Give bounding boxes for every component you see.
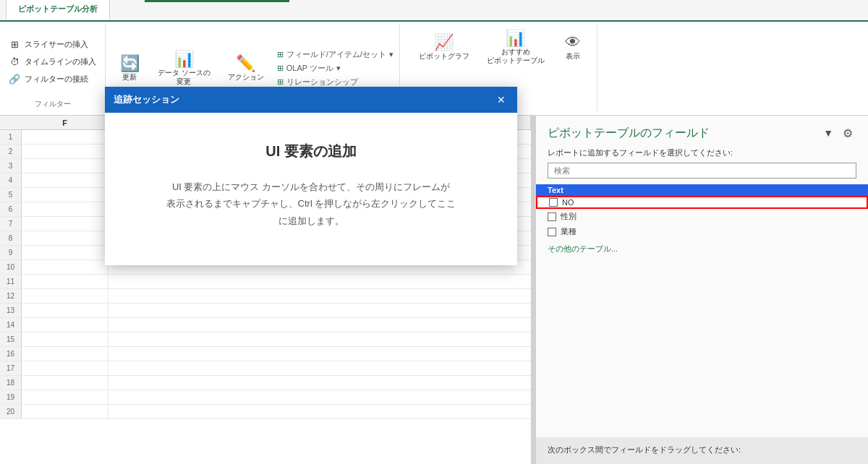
dropdown-icon: ▾ bbox=[389, 50, 393, 59]
pivot-subtitle: レポートに追加するフィールドを選択してください: bbox=[536, 147, 868, 163]
field-seibetsu-checkbox[interactable] bbox=[548, 212, 556, 221]
datasource-icon: 📊 bbox=[174, 51, 194, 67]
field-icon: ⊞ bbox=[277, 50, 284, 59]
field-gyoushu-item[interactable]: 業種 bbox=[536, 224, 868, 239]
field-seibetsu-item[interactable]: 性別 bbox=[536, 209, 868, 224]
action-btn[interactable]: ✏️ アクション bbox=[221, 53, 271, 85]
recommended-pivot-btn[interactable]: 📊 おすすめ ピボットテーブル bbox=[480, 27, 552, 68]
filter-group: ⊞ スライサーの挿入 ⏱ タイムラインの挿入 🔗 フィルターの接続 フィルター bbox=[0, 25, 106, 112]
refresh-icon: 🔄 bbox=[120, 56, 140, 72]
dialog-description: UI 要素の上にマウス カーソルを合わせて、その周りにフレームが 表示されるまで… bbox=[134, 179, 488, 229]
field-seibetsu-label: 性別 bbox=[561, 211, 576, 222]
field-no-item[interactable]: NO bbox=[536, 196, 868, 209]
dialog-content: UI 要素の追加 UI 要素の上にマウス カーソルを合わせて、その周りにフレーム… bbox=[105, 113, 517, 265]
tools-group-content: 📈 ピボットグラフ 📊 おすすめ ピボットテーブル 👁 表示 bbox=[412, 27, 591, 68]
pivot-chart-label: ピボットグラフ bbox=[419, 52, 469, 61]
tracking-session-dialog: 追跡セッション ✕ UI 要素の追加 UI 要素の上にマウス カーソルを合わせて… bbox=[105, 87, 517, 265]
slicer-insert-btn[interactable]: ⊞ スライサーの挿入 bbox=[6, 37, 99, 53]
dialog-title-text: 追跡セッション bbox=[114, 93, 179, 106]
field-no-label: NO bbox=[562, 198, 574, 207]
field-search-input[interactable] bbox=[548, 163, 856, 179]
table-row: 13 bbox=[0, 304, 531, 318]
filter-connect-btn[interactable]: 🔗 フィルターの接続 bbox=[6, 72, 99, 87]
table-row: 14 bbox=[0, 318, 531, 332]
filter-group-content: ⊞ スライサーの挿入 ⏱ タイムラインの挿入 🔗 フィルターの接続 bbox=[6, 27, 99, 96]
table-row: 15 bbox=[0, 332, 531, 347]
col-f-header: F bbox=[22, 117, 109, 129]
refresh-btn[interactable]: 🔄 更新 bbox=[111, 53, 148, 85]
field-text-label: Text bbox=[548, 186, 563, 194]
view-icon: 👁 bbox=[565, 35, 581, 51]
chevron-down-icon[interactable]: ▼ bbox=[823, 127, 833, 139]
field-item-set-btn[interactable]: ⊞ フィールド/アイテム/セット ▾ bbox=[277, 49, 393, 60]
table-row: 12 bbox=[0, 289, 531, 304]
table-row: 17 bbox=[0, 361, 531, 376]
field-no-checkbox[interactable] bbox=[549, 198, 558, 207]
slicer-icon: ⊞ bbox=[9, 39, 20, 51]
olap-tools-btn[interactable]: ⊞ OLAP ツール ▾ bbox=[277, 63, 393, 74]
relationship-btn[interactable]: ⊞ リレーションシップ bbox=[277, 77, 393, 87]
table-row: 20 bbox=[0, 405, 531, 419]
table-row: 19 bbox=[0, 390, 531, 405]
gear-icon[interactable]: ⚙ bbox=[839, 124, 856, 142]
timeline-icon: ⏱ bbox=[9, 56, 20, 68]
submenu-group: ⊞ フィールド/アイテム/セット ▾ ⊞ OLAP ツール ▾ ⊞ リレーション… bbox=[274, 49, 393, 87]
refresh-label: 更新 bbox=[122, 73, 137, 82]
pivot-panel-title: ピボットテーブルのフィールド bbox=[548, 126, 710, 141]
pivot-panel-header: ピボットテーブルのフィールド ▼ ⚙ bbox=[536, 116, 868, 147]
other-tables-link[interactable]: その他のテーブル... bbox=[536, 239, 868, 259]
action-icon: ✏️ bbox=[236, 56, 255, 72]
table-row: 18 bbox=[0, 376, 531, 390]
table-row: 11 bbox=[0, 275, 531, 289]
active-tab-indicator bbox=[145, 0, 289, 2]
view-label: 表示 bbox=[566, 52, 580, 61]
relationship-icon: ⊞ bbox=[277, 77, 284, 87]
datasource-label: データ ソースの 変更 bbox=[158, 69, 210, 86]
dialog-close-button[interactable]: ✕ bbox=[494, 93, 509, 107]
pivot-bottom-title: 次のボックス間でフィールドをドラッグしてください: bbox=[548, 444, 856, 455]
pivot-chart-btn[interactable]: 📈 ピボットグラフ bbox=[412, 27, 477, 68]
change-datasource-btn[interactable]: 📊 データ ソースの 変更 bbox=[150, 48, 218, 89]
olap-dropdown-icon: ▾ bbox=[336, 64, 341, 73]
filter-group-title: フィルター bbox=[35, 96, 71, 109]
ribbon-tab-bar: ピボットテーブル分析 bbox=[0, 0, 868, 22]
dialog-title-bar: 追跡セッション ✕ bbox=[105, 87, 517, 113]
pivot-chart-icon: 📈 bbox=[434, 35, 454, 51]
recommended-label: おすすめ ピボットテーブル bbox=[487, 48, 545, 65]
field-gyoushu-label: 業種 bbox=[561, 226, 576, 237]
recommended-icon: 📊 bbox=[506, 30, 525, 46]
action-label: アクション bbox=[228, 73, 264, 82]
field-gyoushu-checkbox[interactable] bbox=[548, 228, 556, 236]
pivot-bottom-section: 次のボックス間でフィールドをドラッグしてください: bbox=[536, 437, 868, 464]
filter-connect-icon: 🔗 bbox=[9, 74, 20, 85]
dialog-main-title: UI 要素の追加 bbox=[134, 142, 488, 161]
view-btn[interactable]: 👁 表示 bbox=[555, 27, 591, 68]
olap-icon: ⊞ bbox=[277, 64, 284, 73]
table-row: 16 bbox=[0, 347, 531, 361]
tab-pivot-analysis[interactable]: ピボットテーブル分析 bbox=[6, 0, 110, 20]
field-text-item[interactable]: Text bbox=[536, 184, 868, 196]
timeline-insert-btn[interactable]: ⏱ タイムラインの挿入 bbox=[6, 54, 99, 70]
pivot-panel: ピボットテーブルのフィールド ▼ ⚙ レポートに追加するフィールドを選択してくだ… bbox=[535, 116, 868, 464]
